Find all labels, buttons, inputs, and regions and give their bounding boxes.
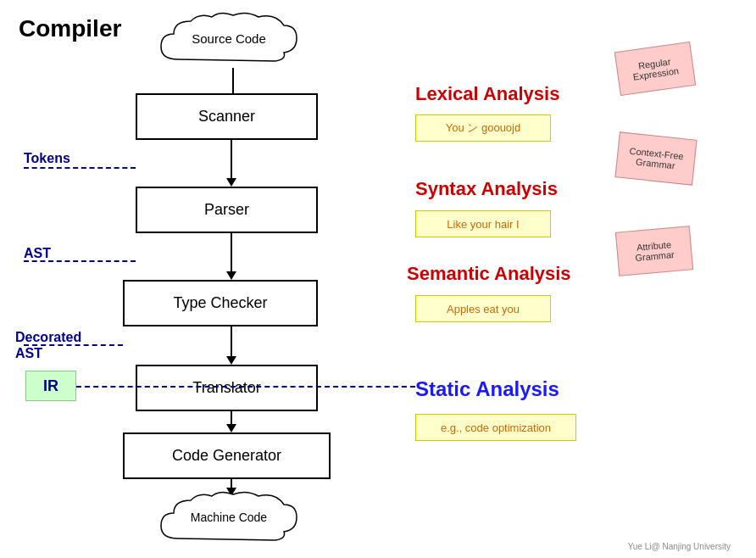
regular-expression-box: Regular Expression xyxy=(614,42,696,96)
compiler-title: Compiler xyxy=(19,15,121,42)
ast-label: AST xyxy=(24,246,51,261)
lexical-analysis-label: Lexical Analysis xyxy=(415,83,559,105)
arrow-parser-typechecker xyxy=(226,233,236,280)
context-free-grammar-box: Context-Free Grammar xyxy=(614,131,697,185)
diagram-container: Compiler Source Code Scanner Tokens Pars… xyxy=(0,0,756,558)
source-cloud-label: Source Code xyxy=(192,31,266,46)
syntax-analysis-label: Syntax Analysis xyxy=(415,178,558,200)
static-analysis-label: Static Analysis xyxy=(415,377,559,401)
decoratedast-label: DecoratedAST xyxy=(15,329,81,361)
ir-box: IR xyxy=(25,371,76,401)
tokens-label: Tokens xyxy=(24,151,70,166)
watermark: Yue Li@ Nanjing University xyxy=(628,542,731,551)
tokens-dashed xyxy=(24,167,136,169)
typechecker-box: Type Checker xyxy=(123,280,318,326)
arrow-translator-codegen xyxy=(226,411,236,432)
arrow-typechecker-translator xyxy=(226,326,236,365)
static-desc-box: e.g., code optimization xyxy=(415,414,576,441)
syntax-desc-box: Like your hair I xyxy=(415,210,551,237)
source-cloud: Source Code xyxy=(144,8,314,68)
machine-cloud: Machine Code xyxy=(144,488,314,547)
ir-dashed xyxy=(76,386,415,388)
scanner-box: Scanner xyxy=(136,93,318,140)
semantic-desc-box: Apples eat you xyxy=(415,295,551,322)
lexical-desc-box: You ン goouojd xyxy=(415,114,551,142)
arrow-scanner-parser xyxy=(226,140,236,187)
translator-box: Translator xyxy=(136,365,318,411)
parser-box: Parser xyxy=(136,187,318,233)
codegen-box: Code Generator xyxy=(123,432,331,479)
semantic-analysis-label: Semantic Analysis xyxy=(407,263,571,285)
attribute-grammar-box: Attribute Grammar xyxy=(615,226,693,276)
machine-cloud-label: Machine Code xyxy=(191,511,267,524)
